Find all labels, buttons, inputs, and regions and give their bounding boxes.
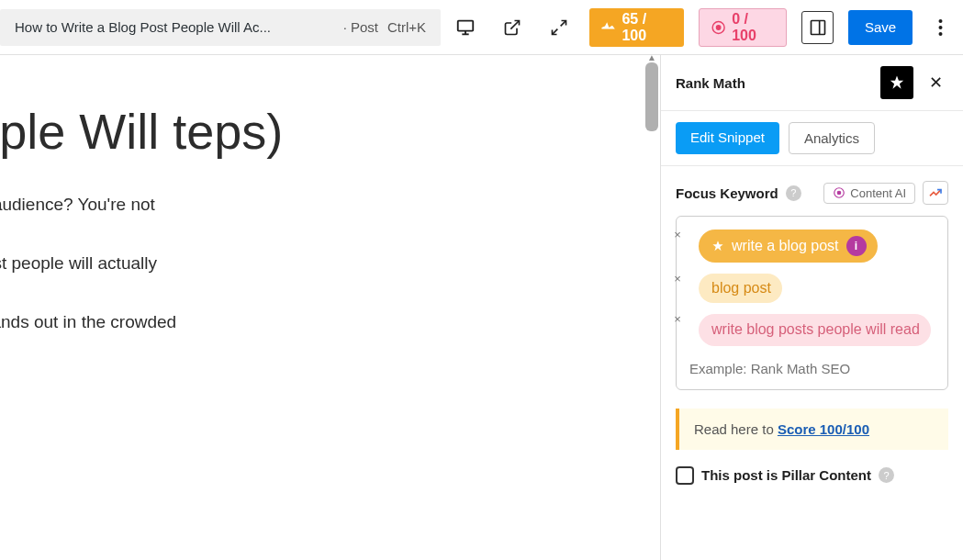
score-tip-link[interactable]: Score 100/100 (778, 421, 869, 437)
keywords-container: × write a blog post i × blog post × (676, 216, 948, 390)
keyword-text: write blog posts people will read (711, 320, 920, 340)
sidebar-body: Focus Keyword ? Content AI × write a blo… (661, 166, 963, 499)
svg-point-14 (838, 191, 842, 195)
post-heading[interactable]: Post People Will teps) (0, 101, 660, 163)
svg-point-10 (939, 19, 943, 23)
pillar-checkbox[interactable] (676, 466, 694, 485)
svg-line-3 (510, 20, 519, 28)
document-title-bar[interactable]: How to Write a Blog Post People Will Ac.… (0, 9, 441, 46)
post-paragraph[interactable]: discovered that writing a blog post peop… (0, 250, 660, 277)
remove-keyword-icon[interactable]: × (671, 228, 684, 241)
save-button[interactable]: Save (848, 10, 913, 45)
info-icon[interactable]: i (846, 236, 867, 256)
pillar-label: This post is Pillar Content (701, 467, 871, 483)
star-icon[interactable] (880, 66, 913, 99)
tab-analytics[interactable]: Analytics (789, 122, 875, 154)
keyword-text: blog post (711, 280, 771, 297)
remove-keyword-icon[interactable]: × (671, 312, 684, 325)
keyword-text: write a blog post (732, 238, 839, 254)
sidebar-title: Rank Math (676, 75, 871, 91)
svg-rect-0 (458, 20, 474, 30)
external-link-icon[interactable] (497, 11, 529, 44)
scroll-up-arrow-icon[interactable]: ▲ (647, 55, 656, 62)
seo-score-value: 65 / 100 (621, 11, 673, 44)
scrollbar-thumb[interactable] (645, 62, 658, 131)
svg-line-4 (560, 20, 565, 26)
seo-score-badge[interactable]: 65 / 100 (589, 8, 684, 47)
keyword-pill[interactable]: write blog posts people will read (699, 314, 931, 346)
keyword-pill-primary[interactable]: write a blog post i (699, 230, 878, 263)
keyword-pill[interactable]: blog post (699, 274, 782, 303)
sidebar-header: Rank Math ✕ (661, 55, 963, 111)
top-toolbar: How to Write a Blog Post People Will Ac.… (0, 0, 963, 55)
fullscreen-icon[interactable] (543, 11, 575, 44)
svg-point-12 (939, 32, 943, 36)
ai-score-value: 0 / 100 (732, 11, 775, 44)
pillar-content-row: This post is Pillar Content ? (676, 466, 948, 485)
trends-icon[interactable] (923, 181, 948, 205)
score-tip: Read here to Score 100/100 (676, 409, 948, 450)
post-paragraph[interactable]: ate content that'll captivate your audie… (0, 191, 660, 218)
shortcut-hint: Ctrl+K (387, 19, 426, 35)
sidebar-toggle-icon[interactable] (801, 11, 834, 44)
document-type: · Post (343, 19, 378, 35)
content-ai-label: Content AI (850, 186, 906, 200)
star-icon (711, 240, 724, 252)
more-options-icon[interactable] (927, 11, 954, 44)
tip-text: Read here to (694, 421, 778, 437)
toolbar-icon-group: 65 / 100 0 / 100 Save (450, 8, 954, 47)
rank-math-sidebar: Rank Math ✕ Edit Snippet Analytics Focus… (660, 55, 963, 560)
ai-score-badge[interactable]: 0 / 100 (699, 8, 787, 47)
remove-keyword-icon[interactable]: × (671, 272, 684, 285)
close-icon[interactable]: ✕ (923, 70, 948, 95)
main-area: ▲ Post People Will teps) ate content tha… (0, 55, 963, 560)
save-button-label: Save (865, 19, 896, 35)
svg-point-11 (939, 26, 943, 29)
desktop-preview-icon[interactable] (450, 11, 482, 44)
focus-keyword-header: Focus Keyword ? Content AI (676, 181, 948, 205)
tab-edit-snippet[interactable]: Edit Snippet (676, 122, 779, 154)
post-paragraph[interactable]: aft an engaging blog post that stands ou… (0, 308, 660, 336)
keyword-input[interactable] (686, 353, 938, 384)
svg-line-5 (552, 28, 557, 34)
content-ai-button[interactable]: Content AI (823, 183, 915, 204)
help-icon[interactable]: ? (786, 185, 801, 201)
svg-point-7 (716, 25, 720, 28)
svg-rect-8 (811, 20, 824, 34)
help-icon[interactable]: ? (879, 467, 894, 483)
document-title: How to Write a Blog Post People Will Ac.… (15, 19, 334, 35)
focus-keyword-label: Focus Keyword (676, 185, 778, 201)
sidebar-tabs: Edit Snippet Analytics (661, 111, 963, 166)
editor-canvas[interactable]: ▲ Post People Will teps) ate content tha… (0, 55, 660, 560)
